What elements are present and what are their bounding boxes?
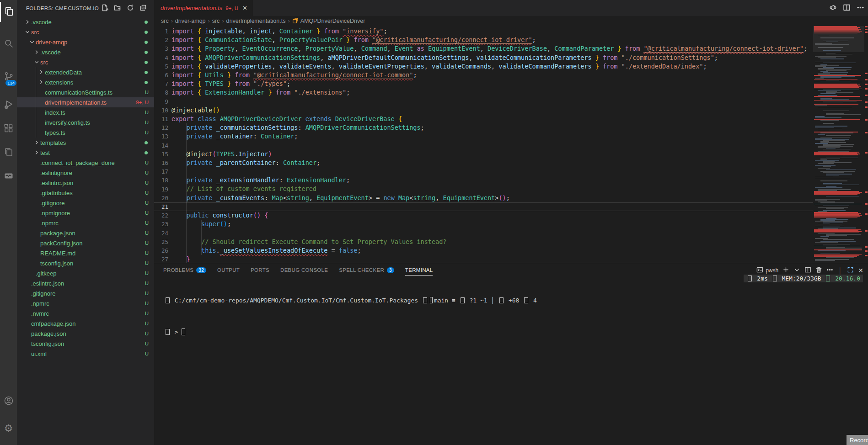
line-number[interactable]: 17 — [154, 167, 168, 176]
open-changes-icon[interactable] — [829, 4, 837, 13]
refresh-icon[interactable] — [127, 4, 135, 12]
new-folder-icon[interactable] — [114, 4, 122, 12]
tree-item[interactable]: index.tsU — [17, 107, 154, 117]
split-terminal-icon[interactable] — [804, 266, 811, 275]
tree-item[interactable]: .eslintrc.jsonU — [17, 178, 154, 188]
line-number[interactable]: 6 — [154, 71, 168, 79]
tree-item[interactable]: tsconfig.jsonU — [17, 258, 154, 268]
code-line[interactable]: private _extensionHandler: ExtensionHand… — [171, 176, 807, 185]
tree-item[interactable]: .npmignoreU — [17, 208, 154, 218]
activity-account[interactable] — [0, 391, 17, 411]
activity-source-control[interactable]: 134 — [0, 67, 17, 87]
code-line[interactable]: super(); — [171, 220, 807, 228]
activity-remote-wave[interactable] — [0, 166, 17, 186]
code-line[interactable]: private _parentContainer: Container; — [171, 159, 807, 167]
code-line[interactable]: public constructor() { — [171, 211, 807, 220]
code-line[interactable]: @inject(TYPES.Injector) — [171, 150, 807, 159]
line-number[interactable]: 13 — [154, 132, 168, 141]
breadcrumb-item[interactable]: driverImplementation.ts — [226, 18, 286, 24]
terminal-input-line[interactable]: > — [164, 327, 537, 337]
tree-item[interactable]: tsconfig.jsonU — [17, 339, 154, 349]
line-number[interactable]: 8 — [154, 88, 168, 97]
collapse-all-icon[interactable] — [139, 4, 148, 12]
code-line[interactable]: // List of custom events registered — [171, 185, 807, 193]
line-number[interactable]: 7 — [154, 79, 168, 88]
line-number[interactable]: 10 — [154, 106, 168, 115]
code-line[interactable]: import { Property, EventOccurrence, Prop… — [171, 44, 807, 53]
maximize-panel-icon[interactable] — [847, 266, 854, 275]
tree-item[interactable]: types.tsU — [17, 127, 154, 138]
tab-driverimplementation[interactable]: driverImplementation.ts 9+, U ✕ — [154, 0, 253, 16]
activity-explorer[interactable] — [0, 2, 17, 22]
code-line[interactable]: import { CommunicationState, PropertyVal… — [171, 36, 807, 44]
tree-item[interactable]: .gitignoreU — [17, 198, 154, 208]
split-editor-icon[interactable] — [843, 4, 851, 13]
line-number[interactable]: 27 — [154, 255, 168, 263]
code-line[interactable] — [171, 167, 807, 176]
code-line[interactable]: this._useSetValuesInsteadOfExecute = fal… — [171, 246, 807, 255]
line-number[interactable]: 14 — [154, 141, 168, 150]
line-number[interactable]: 4 — [154, 53, 168, 62]
activity-settings[interactable]: ⚙ — [0, 419, 17, 439]
code-line[interactable]: private _container: Container; — [171, 132, 807, 141]
code-line[interactable]: @injectable() — [171, 106, 807, 115]
line-number[interactable]: 2 — [154, 36, 168, 44]
line-number[interactable]: 16 — [154, 159, 168, 167]
tree-item[interactable]: driver-amqp — [17, 37, 154, 47]
more-actions-icon[interactable] — [826, 266, 833, 275]
chevron-down-icon[interactable] — [28, 38, 36, 46]
activity-documents[interactable] — [0, 143, 17, 163]
activity-extensions[interactable] — [0, 119, 17, 139]
tree-item[interactable]: .vscode — [17, 47, 154, 57]
code-line[interactable]: import { AMQPDriverCommunicationSettings… — [171, 53, 807, 62]
line-number[interactable]: 1 — [154, 27, 168, 36]
tree-item[interactable]: package.jsonU — [17, 228, 154, 238]
breadcrumb-item[interactable]: driver-amqp — [175, 18, 206, 24]
code-line[interactable]: private _customEvents: Map<string, Equip… — [171, 194, 807, 202]
line-number[interactable]: 9 — [154, 97, 168, 106]
chevron-right-icon[interactable] — [33, 48, 40, 56]
tree-item[interactable]: .eslintrc.jsonU — [17, 278, 154, 288]
line-number[interactable]: 12 — [154, 123, 168, 132]
breadcrumb-item[interactable]: src — [212, 18, 220, 24]
tree-item[interactable]: README.mdU — [17, 248, 154, 258]
code-line[interactable] — [171, 141, 807, 149]
tree-item[interactable]: .connect_iot_package_doneU — [17, 158, 154, 168]
line-number[interactable]: 18 — [154, 176, 168, 185]
terminal-shell-select[interactable]: pwsh — [756, 266, 778, 275]
code-line[interactable] — [171, 228, 807, 237]
code-line[interactable]: import { ExtensionHandler } from "./exte… — [171, 88, 807, 97]
tree-item[interactable]: cmfpackage.jsonU — [17, 318, 154, 328]
tree-item[interactable]: .eslintignoreU — [17, 168, 154, 178]
tree-item[interactable]: .vscode — [17, 17, 154, 27]
tree-item[interactable]: .npmrcU — [17, 298, 154, 308]
new-file-icon[interactable] — [101, 4, 109, 12]
chevron-down-icon[interactable] — [793, 266, 800, 275]
tree-item[interactable]: packConfig.jsonU — [17, 238, 154, 248]
code-line[interactable]: import { injectable, inject, Container }… — [171, 27, 807, 36]
tree-item[interactable]: templates — [17, 138, 154, 148]
code-line[interactable] — [171, 202, 807, 211]
code-line[interactable]: import { validateProperties, validateEve… — [171, 62, 807, 71]
tree-item[interactable]: src — [17, 27, 154, 37]
minimap[interactable] — [813, 26, 864, 263]
code-line[interactable]: private _communicationSettings: AMQPDriv… — [171, 123, 807, 132]
line-number[interactable]: 21 — [154, 202, 168, 211]
code-line[interactable]: // Should redirect Execute Command to Se… — [171, 238, 807, 246]
code-line[interactable]: } — [171, 255, 807, 263]
tree-item[interactable]: test — [17, 148, 154, 158]
breadcrumb-item[interactable]: src — [161, 18, 169, 24]
tree-item[interactable]: extensions — [17, 77, 154, 87]
tree-item[interactable]: src — [17, 57, 154, 67]
line-number-gutter[interactable]: 1234567891011121314151617181920212223242… — [154, 27, 168, 263]
more-actions-icon[interactable] — [857, 4, 864, 13]
chevron-right-icon[interactable] — [33, 139, 40, 146]
terminal-output[interactable]: C:/cmf/cm-demo-repos/AMQPDEMO/Cmf.Custom… — [164, 274, 537, 358]
chevron-down-icon[interactable] — [33, 58, 40, 66]
tree-item[interactable]: .gitignoreU — [17, 288, 154, 298]
tree-item[interactable]: .nvmrcU — [17, 308, 154, 318]
code-line[interactable]: export class AMQPDriverDeviceDriver exte… — [171, 115, 807, 123]
line-number[interactable]: 19 — [154, 185, 168, 194]
terminal-icon[interactable] — [756, 266, 763, 275]
tree-item[interactable]: package.jsonU — [17, 328, 154, 339]
